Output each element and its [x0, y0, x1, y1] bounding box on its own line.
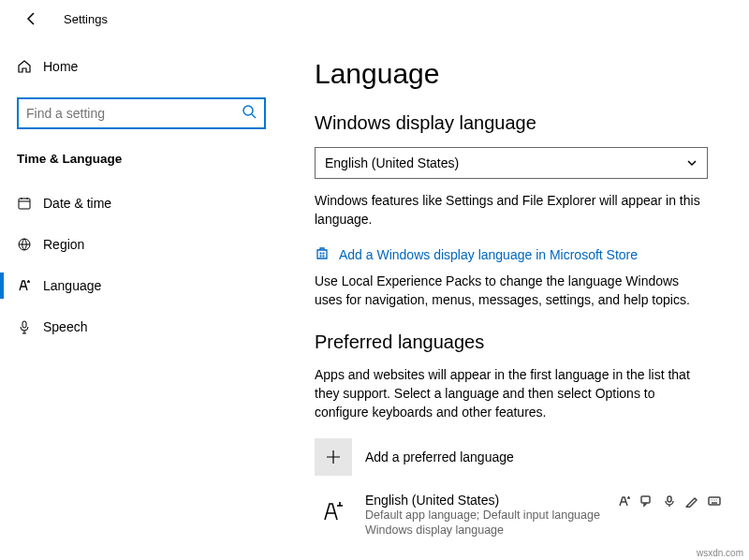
- packs-desc: Use Local Experience Packs to change the…: [315, 273, 708, 309]
- store-link-label: Add a Windows display language in Micros…: [339, 247, 638, 262]
- display-language-badge-icon: [618, 494, 631, 508]
- globe-icon: [17, 237, 43, 252]
- sidebar-item-speech[interactable]: Speech: [0, 306, 283, 347]
- handwriting-badge-icon: [685, 494, 698, 508]
- language-sub: Default app language; Default input lang…: [365, 508, 605, 538]
- display-language-select[interactable]: English (United States): [315, 147, 708, 179]
- sidebar-home-label: Home: [43, 59, 78, 74]
- sidebar-item-label: Language: [43, 278, 101, 293]
- sidebar-item-label: Date & time: [43, 196, 111, 211]
- store-icon: [315, 245, 330, 263]
- a-character-icon: [17, 278, 43, 293]
- svg-rect-6: [320, 256, 322, 258]
- sidebar-item-region[interactable]: Region: [0, 224, 283, 265]
- arrow-left-icon: [24, 11, 39, 26]
- speech-badge-icon: [663, 494, 676, 508]
- titlebar: Settings: [0, 0, 749, 37]
- sidebar-item-date-time[interactable]: Date & time: [0, 183, 283, 224]
- a-character-icon: [315, 493, 352, 530]
- svg-rect-8: [641, 496, 650, 503]
- search-box[interactable]: [17, 97, 266, 129]
- sidebar-item-label: Region: [43, 237, 84, 252]
- microphone-icon: [17, 319, 43, 334]
- search-input[interactable]: [26, 106, 242, 121]
- capability-badges: [618, 493, 721, 508]
- store-link[interactable]: Add a Windows display language in Micros…: [315, 245, 721, 263]
- sidebar: Home Time & Language Date & time: [0, 37, 283, 560]
- svg-rect-1: [19, 199, 30, 209]
- page-title: Language: [315, 58, 721, 90]
- add-language-button[interactable]: Add a preferred language: [315, 438, 721, 476]
- sidebar-item-label: Speech: [43, 319, 87, 334]
- chevron-down-icon: [686, 157, 698, 169]
- window-title: Settings: [64, 12, 108, 26]
- keyboard-badge-icon: [708, 494, 721, 508]
- display-language-desc: Windows features like Settings and File …: [315, 192, 708, 228]
- search-icon: [242, 104, 257, 123]
- svg-rect-7: [323, 256, 325, 258]
- text-to-speech-badge-icon: [640, 494, 654, 508]
- svg-point-0: [243, 106, 253, 115]
- calendar-clock-icon: [17, 196, 43, 211]
- svg-rect-4: [320, 253, 322, 255]
- main-content: Language Windows display language Englis…: [283, 37, 749, 560]
- sidebar-item-language[interactable]: Language: [0, 265, 283, 306]
- home-icon: [17, 59, 43, 74]
- back-button[interactable]: [22, 9, 41, 28]
- sidebar-category: Time & Language: [0, 144, 283, 183]
- svg-rect-9: [668, 496, 671, 502]
- add-language-label: Add a preferred language: [365, 449, 514, 464]
- display-language-heading: Windows display language: [315, 112, 721, 134]
- sidebar-home[interactable]: Home: [0, 47, 283, 86]
- watermark: wsxdn.com: [697, 548, 743, 558]
- plus-box-icon: [315, 438, 352, 476]
- preferred-heading: Preferred languages: [315, 332, 721, 353]
- svg-rect-5: [323, 253, 325, 255]
- language-item[interactable]: English (United States) Default app lang…: [315, 493, 721, 538]
- svg-rect-10: [709, 497, 720, 505]
- preferred-desc: Apps and websites will appear in the fir…: [315, 366, 708, 421]
- display-language-selected: English (United States): [325, 155, 459, 170]
- language-name: English (United States): [365, 493, 605, 508]
- svg-rect-3: [22, 321, 26, 328]
